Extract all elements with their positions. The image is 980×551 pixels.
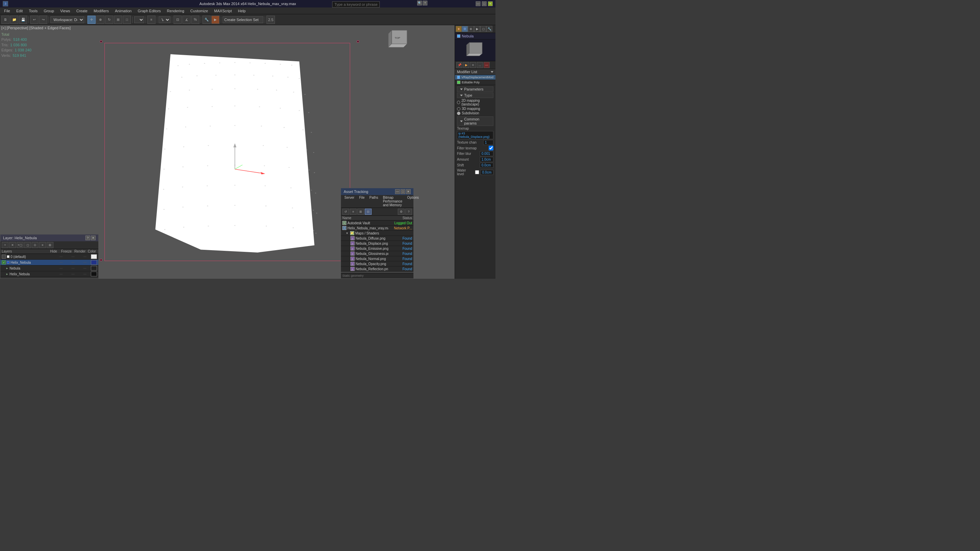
- filter-blur-input[interactable]: [480, 151, 493, 156]
- modifier-color-swatch[interactable]: [457, 34, 460, 38]
- search-button[interactable]: 🔍: [417, 1, 422, 5]
- layer-color-swatch[interactable]: [91, 254, 97, 259]
- asset-help-button[interactable]: ?: [405, 209, 412, 215]
- asset-panel-minimize[interactable]: —: [395, 189, 400, 194]
- asset-row-file[interactable]: p Nebula_Displace.png Found: [341, 241, 414, 246]
- asset-menu-paths[interactable]: Paths: [368, 195, 380, 207]
- layer-current-button[interactable]: ⊙: [32, 242, 38, 248]
- layer-row[interactable]: 0 (default) — — —: [0, 254, 98, 260]
- utility-icon[interactable]: 🔧: [486, 26, 492, 32]
- motion-icon[interactable]: ▶: [474, 26, 480, 32]
- pin-icon[interactable]: 📌: [456, 62, 463, 68]
- new-button[interactable]: 🗎: [2, 16, 10, 24]
- asset-row-folder[interactable]: ▼ 📁 Maps / Shaders: [341, 231, 414, 236]
- layer-row[interactable]: ► Helix_Nebula — — —: [0, 271, 98, 277]
- layer-panel-help[interactable]: ?: [86, 236, 90, 240]
- menu-help[interactable]: Help: [235, 8, 248, 14]
- layer-expand-button[interactable]: ⊞: [47, 242, 53, 248]
- layer-color-swatch[interactable]: [91, 266, 97, 271]
- menu-animation[interactable]: Animation: [112, 8, 134, 14]
- snap-button[interactable]: ⊡: [173, 16, 182, 24]
- water-level-checkbox[interactable]: [475, 170, 479, 174]
- help-button[interactable]: ?: [423, 1, 427, 5]
- radio-2d-dot[interactable]: [457, 101, 460, 104]
- menu-graph-editors[interactable]: Graph Editors: [135, 8, 164, 14]
- asset-panel-close[interactable]: ✕: [406, 189, 411, 194]
- asset-view-large[interactable]: ⊞: [357, 209, 364, 215]
- water-level-input[interactable]: [480, 170, 493, 175]
- minus-icon[interactable]: —: [484, 62, 490, 68]
- render-setup-button[interactable]: 🔧: [202, 16, 211, 24]
- workspace-dropdown[interactable]: Workspace: Default: [50, 16, 84, 23]
- render-button[interactable]: ▶: [211, 16, 220, 24]
- asset-row-file[interactable]: p Nebula_Reflection.png Found: [341, 266, 414, 272]
- menu-customize[interactable]: Customize: [188, 8, 211, 14]
- menu-maxscript[interactable]: MAXScript: [211, 8, 234, 14]
- layer-check[interactable]: [2, 255, 6, 259]
- modify-icon[interactable]: ⚙: [462, 26, 468, 32]
- asset-menu-file[interactable]: File: [357, 195, 366, 207]
- layer-props-button[interactable]: ≡: [39, 242, 46, 248]
- view-dropdown[interactable]: View: [159, 16, 170, 23]
- layer-color-swatch[interactable]: [91, 272, 97, 276]
- radio-3d-dot[interactable]: [457, 107, 460, 111]
- amount-input[interactable]: [480, 157, 493, 162]
- more-icon[interactable]: ...: [477, 62, 483, 68]
- hierarchy-icon[interactable]: ⊕: [468, 26, 474, 32]
- asset-row-file[interactable]: p Nebula_Normal.png Found: [341, 256, 414, 261]
- layer-panel-close[interactable]: ✕: [91, 236, 95, 240]
- menu-edit[interactable]: Edit: [14, 8, 25, 14]
- display-icon[interactable]: ◻: [480, 26, 486, 32]
- layer-check[interactable]: ✓: [2, 260, 6, 264]
- menu-modifiers[interactable]: Modifiers: [91, 8, 111, 14]
- asset-refresh-button[interactable]: ↺: [342, 209, 349, 215]
- params-icon[interactable]: ≡: [470, 62, 476, 68]
- asset-row-vault[interactable]: V Autodesk Vault Logged Out: [341, 221, 414, 226]
- move-button[interactable]: ⊕: [96, 16, 105, 24]
- filter-texmap-checkbox[interactable]: [488, 146, 493, 150]
- select-button[interactable]: ✛: [88, 16, 95, 24]
- menu-views[interactable]: Views: [57, 8, 73, 14]
- radio-subdivision-dot[interactable]: [457, 111, 460, 115]
- filter-dropdown[interactable]: All: [134, 16, 144, 23]
- layer-add-object-button[interactable]: +▢: [17, 242, 24, 248]
- layer-delete-button[interactable]: ✕: [9, 242, 16, 248]
- open-button[interactable]: 📁: [10, 16, 18, 24]
- asset-scrollbar-h[interactable]: [341, 272, 414, 273]
- asset-menu-options[interactable]: Options: [405, 195, 421, 207]
- asset-panel-header[interactable]: Asset Tracking — □ ✕: [341, 188, 414, 195]
- selection-set-input[interactable]: [223, 16, 263, 23]
- asset-menu-server[interactable]: Server: [342, 195, 356, 207]
- type-section-header[interactable]: Type: [457, 92, 493, 98]
- select-all-button[interactable]: □: [123, 16, 131, 24]
- rotate-button[interactable]: ↻: [105, 16, 113, 24]
- texture-chan-input[interactable]: [483, 140, 493, 145]
- layer-scrollbar[interactable]: [0, 277, 98, 279]
- texmap-value-label[interactable]: ip #3 (Nebula_Displace.png): [457, 131, 493, 139]
- minimize-button[interactable]: —: [476, 2, 480, 6]
- layer-row[interactable]: ✓ Helix_Nebula — — —: [0, 260, 98, 266]
- modifier-list-dropdown-icon[interactable]: [491, 71, 493, 73]
- modifier-item-editable-poly[interactable]: Editable Poly: [455, 80, 495, 85]
- asset-panel-restore[interactable]: □: [401, 189, 405, 194]
- create-icon[interactable]: ★: [456, 26, 462, 32]
- menu-rendering[interactable]: Rendering: [164, 8, 187, 14]
- asset-menu-bitmap[interactable]: Bitmap Performance and Memory: [381, 195, 404, 207]
- menu-create[interactable]: Create: [73, 8, 90, 14]
- menu-file[interactable]: File: [2, 8, 13, 14]
- common-section-header[interactable]: Common params: [457, 116, 493, 126]
- layer-select-button[interactable]: ◻: [24, 242, 31, 248]
- select-by-name[interactable]: ≡: [147, 16, 156, 24]
- viewport-area[interactable]: [+] [Perspective] [Shaded + Edged Faces]…: [0, 25, 455, 279]
- layer-color-swatch[interactable]: [91, 260, 97, 265]
- asset-view-list[interactable]: ≡: [350, 209, 356, 215]
- shift-input[interactable]: [480, 163, 493, 168]
- asset-settings-button[interactable]: ⚙: [398, 209, 404, 215]
- asset-row-file[interactable]: p Nebula_Glossiness.png Found: [341, 251, 414, 256]
- undo-button[interactable]: ↩: [30, 16, 38, 24]
- maximize-button[interactable]: □: [482, 2, 487, 6]
- asset-row-file[interactable]: p Nebula_Diffuse.png Found: [341, 236, 414, 241]
- modifier-item-vray[interactable]: VRayDisplacementMod: [455, 75, 495, 80]
- angle-snap-button[interactable]: ∡: [182, 16, 191, 24]
- close-button[interactable]: ✕: [488, 2, 493, 6]
